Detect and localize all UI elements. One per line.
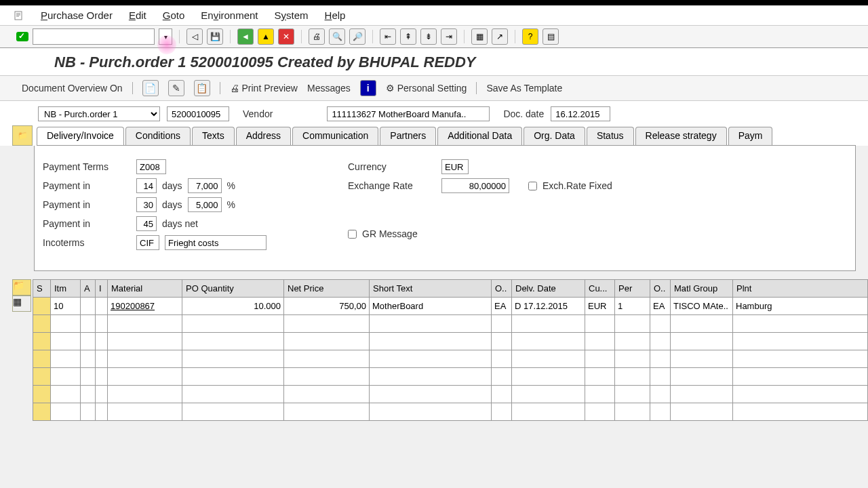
vendor-field[interactable]: [327, 106, 490, 121]
payment-in-2-disc[interactable]: [188, 197, 222, 212]
create-icon[interactable]: 📄: [142, 80, 159, 96]
menu-purchase-order[interactable]: Purchase Order: [41, 9, 113, 21]
menu-goto[interactable]: Goto: [163, 9, 185, 21]
next-page-icon[interactable]: ⇟: [420, 28, 437, 45]
payment-terms-label: Payment Terms: [43, 161, 131, 172]
app-icon: [14, 10, 24, 21]
incoterms-field[interactable]: [136, 235, 159, 250]
payment-in-2-days[interactable]: [136, 197, 157, 212]
action-bar: Document Overview On 📄 ✎ 📋 🖨 Print Previ…: [0, 76, 868, 101]
menu-environment[interactable]: Environment: [201, 9, 258, 21]
layout-icon[interactable]: ▤: [542, 28, 559, 45]
back-green-icon[interactable]: ◄: [237, 28, 254, 45]
payment-terms-field[interactable]: [136, 159, 166, 174]
personal-setting-button[interactable]: ⚙ Personal Setting: [386, 83, 467, 94]
exchange-rate-field[interactable]: [441, 178, 509, 193]
prev-page-icon[interactable]: ⇞: [400, 28, 416, 45]
tab-release-strategy[interactable]: Release strategy: [635, 127, 727, 145]
header-tabs: Delivery/Invoice Conditions Texts Addres…: [37, 127, 856, 146]
doc-overview-button[interactable]: Document Overview On: [22, 83, 123, 94]
item-grid-area: 📁 ▦ S Itm A I Material PO Quantity Net P…: [12, 279, 868, 421]
table-row[interactable]: [33, 386, 868, 403]
main-toolbar: ◁ 💾 ◄ ▲ ✕ 🖨 🔍 🔎 ⇤ ⇞ ⇟ ⇥ ▦ ↗ ? ▤: [0, 26, 868, 48]
find-next-icon[interactable]: 🔎: [349, 28, 366, 45]
tab-delivery-invoice[interactable]: Delivery/Invoice: [37, 127, 124, 145]
tab-additional-data[interactable]: Additional Data: [437, 127, 522, 145]
save-icon[interactable]: 💾: [207, 28, 223, 45]
tab-status[interactable]: Status: [587, 127, 634, 145]
table-row[interactable]: [33, 350, 868, 368]
payment-in-1-label: Payment in: [43, 180, 131, 191]
table-row[interactable]: [33, 315, 868, 333]
table-row[interactable]: [33, 403, 868, 421]
exch-rate-fixed-label: Exch.Rate Fixed: [542, 180, 612, 191]
collapse-header-icon[interactable]: 📁: [12, 125, 33, 146]
command-dropdown[interactable]: [159, 28, 172, 45]
first-page-icon[interactable]: ⇤: [380, 28, 396, 45]
grid-header-row: S Itm A I Material PO Quantity Net Price…: [33, 280, 868, 298]
other-po-icon[interactable]: 📋: [194, 80, 210, 96]
gr-message-checkbox[interactable]: [348, 230, 357, 239]
menu-system[interactable]: System: [275, 9, 309, 21]
print-preview-button[interactable]: 🖨 Print Preview: [230, 83, 298, 94]
menu-edit[interactable]: Edit: [129, 9, 146, 21]
payment-in-1-disc[interactable]: [188, 178, 222, 193]
currency-label: Currency: [348, 161, 436, 172]
currency-field[interactable]: [441, 159, 469, 174]
messages-button[interactable]: Messages: [307, 83, 351, 94]
payment-in-2-label: Payment in: [43, 199, 131, 210]
shortcut-icon[interactable]: ↗: [492, 28, 508, 45]
doc-date-label: Doc. date: [503, 108, 544, 119]
exch-rate-fixed-checkbox[interactable]: [528, 182, 537, 190]
table-row[interactable]: [33, 368, 868, 386]
collapse-items-icon[interactable]: 📁: [12, 279, 31, 296]
tab-conditions[interactable]: Conditions: [125, 127, 191, 145]
print-icon[interactable]: 🖨: [309, 28, 325, 45]
incoterms-label: Incoterms: [43, 237, 131, 248]
header-fields: NB - Purch.order 1 Vendor Doc. date: [0, 101, 868, 127]
enter-icon[interactable]: [16, 32, 28, 41]
info-icon[interactable]: i: [360, 80, 376, 96]
tab-org-data[interactable]: Org. Data: [524, 127, 585, 145]
gr-message-label: GR Message: [362, 228, 418, 239]
table-row[interactable]: 10 190200867 10.000 750,00 MotherBoard E…: [33, 298, 868, 315]
grid-settings-icon[interactable]: ▦: [12, 296, 31, 312]
doc-number-field[interactable]: [167, 106, 229, 121]
tab-content: Payment Terms Payment in days % Payment …: [34, 146, 856, 271]
help-icon[interactable]: ?: [522, 28, 538, 45]
back-icon[interactable]: ◁: [186, 28, 203, 45]
vendor-label: Vendor: [243, 108, 273, 119]
doc-type-select[interactable]: NB - Purch.order 1: [38, 106, 160, 121]
payment-in-3-days[interactable]: [136, 216, 157, 231]
save-template-button[interactable]: Save As Template: [486, 83, 562, 94]
menu-help[interactable]: Help: [325, 9, 346, 21]
menu-bar: Purchase Order Edit Goto Environment Sys…: [0, 5, 868, 26]
change-icon[interactable]: ✎: [168, 80, 184, 96]
last-page-icon[interactable]: ⇥: [441, 28, 457, 45]
item-grid: S Itm A I Material PO Quantity Net Price…: [33, 279, 868, 421]
new-session-icon[interactable]: ▦: [471, 28, 488, 45]
payment-in-1-days[interactable]: [136, 178, 157, 193]
incoterms-text-field[interactable]: [165, 235, 267, 250]
tab-communication[interactable]: Communication: [292, 127, 378, 145]
payment-in-3-label: Payment in: [43, 218, 131, 229]
svg-rect-0: [15, 12, 22, 20]
tab-texts[interactable]: Texts: [192, 127, 235, 145]
exchange-rate-label: Exchange Rate: [348, 180, 436, 191]
page-title: NB - Purch.order 1 5200010095 Created by…: [54, 54, 852, 71]
find-icon[interactable]: 🔍: [329, 28, 345, 45]
command-field[interactable]: [33, 28, 155, 45]
table-row[interactable]: [33, 333, 868, 350]
tab-partners[interactable]: Partners: [380, 127, 436, 145]
tab-payment[interactable]: Paym: [728, 127, 773, 145]
tab-address[interactable]: Address: [236, 127, 291, 145]
cancel-icon[interactable]: ✕: [278, 28, 294, 45]
doc-date-field[interactable]: [551, 106, 610, 121]
exit-icon[interactable]: ▲: [258, 28, 274, 45]
